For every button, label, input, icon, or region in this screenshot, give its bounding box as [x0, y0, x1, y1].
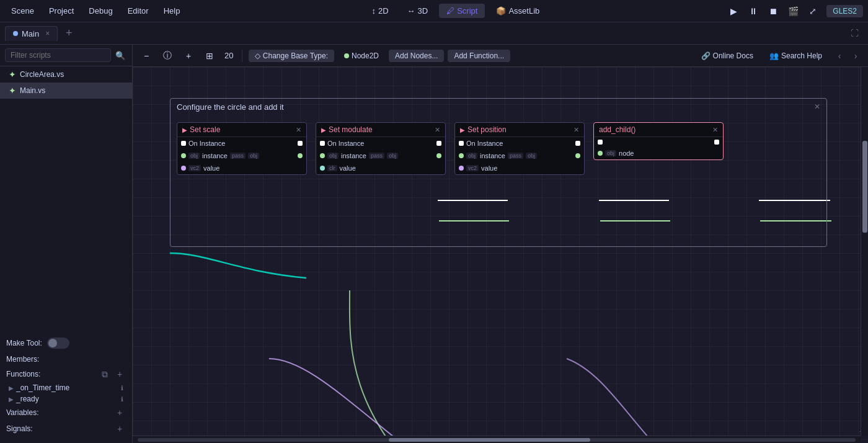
menu-project[interactable]: Project — [43, 4, 80, 18]
script-name-main: Main.vs — [20, 86, 45, 95]
nav-back-button[interactable]: ‹ — [832, 48, 847, 63]
node-play-icon-3: ▶ — [460, 127, 465, 133]
add-function-button[interactable]: Add Function... — [448, 50, 510, 62]
node-title-row-2: ▶ Set modulate — [321, 125, 373, 134]
exec-port-in[interactable] — [181, 141, 186, 146]
function-info-icon-2[interactable]: ℹ — [121, 396, 123, 403]
instance-port-out[interactable] — [298, 153, 303, 158]
function-item-ready[interactable]: ▶ _ready ℹ — [6, 393, 126, 405]
instance-port-in[interactable] — [181, 153, 186, 158]
zoom-level: 20 — [222, 51, 236, 60]
mode-2d[interactable]: ↕ 2D — [364, 4, 396, 18]
value-port[interactable] — [181, 166, 186, 171]
vertical-scrollbar[interactable] — [861, 67, 868, 436]
group-box: Configure the circle and add it ✕ ▶ Set … — [170, 98, 827, 247]
add-nodes-button[interactable]: Add Nodes... — [389, 50, 444, 62]
function-item-timer[interactable]: ▶ _on_Timer_time ℹ — [6, 382, 126, 393]
pause-button[interactable]: ⏸ — [745, 2, 762, 20]
exec-port-out-2[interactable] — [436, 141, 441, 146]
mode-assetlib[interactable]: 📦 AssetLib — [489, 4, 547, 18]
tab-add-button[interactable]: + — [60, 25, 78, 42]
signals-add-icon[interactable]: + — [113, 423, 126, 435]
search-help-button[interactable]: 👥 Search Help — [763, 50, 828, 62]
node2d-button[interactable]: Node2D — [338, 50, 385, 62]
tab-bar: Main × + ⛶ — [0, 22, 868, 45]
script-icon: 🖊 — [446, 6, 454, 16]
variables-add-icon[interactable]: + — [113, 406, 126, 419]
tab-label: Main — [22, 29, 39, 38]
script-file-main[interactable]: ✦ Main.vs — [0, 83, 132, 99]
filter-scripts-input[interactable] — [5, 48, 111, 62]
instance-port-out-3[interactable] — [575, 153, 580, 158]
script-name-circlearea: CircleArea.vs — [20, 70, 64, 79]
node-close-set-scale[interactable]: ✕ — [296, 126, 301, 134]
horizontal-scrollbar[interactable] — [133, 436, 861, 443]
node-row-exec-4 — [594, 137, 723, 147]
obj-tag: obj — [188, 153, 200, 159]
mode-3d[interactable]: ↔ 3D — [400, 4, 436, 18]
scrollbar-thumb-h[interactable] — [389, 438, 590, 442]
exec-port-out[interactable] — [298, 141, 303, 146]
online-docs-button[interactable]: 🔗 Online Docs — [695, 50, 760, 62]
expand-button[interactable]: ⛶ — [846, 25, 863, 42]
group-close-button[interactable]: ✕ — [814, 102, 820, 111]
exec-port-in-3[interactable] — [459, 141, 464, 146]
node-close-set-position[interactable]: ✕ — [574, 126, 579, 134]
node-port-in[interactable] — [598, 151, 603, 156]
play-button[interactable]: ▶ — [725, 2, 742, 20]
menu-editor[interactable]: Editor — [122, 4, 155, 18]
play-controls: ▶ ⏸ ⏹ 🎬 ⤢ — [725, 2, 822, 20]
toggle-knob — [48, 339, 57, 347]
zoom-fit-button[interactable]: ⊞ — [201, 47, 218, 65]
functions-add-icon[interactable]: + — [113, 368, 126, 380]
menu-debug[interactable]: Debug — [82, 4, 118, 18]
gles-badge[interactable]: GLES2 — [826, 5, 863, 17]
signals-row: Signals: + — [0, 421, 132, 437]
clr-tag: clr — [327, 165, 337, 171]
maximize-button[interactable]: ⤢ — [804, 2, 822, 20]
instance-port-in-2[interactable] — [320, 153, 325, 158]
tab-close-button[interactable]: × — [45, 29, 50, 38]
node-title-row-3: ▶ Set position — [460, 125, 507, 134]
instance-port-out-2[interactable] — [436, 153, 441, 158]
change-base-type-button[interactable]: ◇ Change Base Type: — [249, 50, 334, 62]
node-row-value-3: vc2 value — [455, 162, 584, 174]
movie-button[interactable]: 🎬 — [784, 2, 802, 20]
node-play-icon-2: ▶ — [321, 127, 326, 133]
exec-port-out-3[interactable] — [575, 141, 580, 146]
menu-bar: Scene Project Debug Editor Help ↕ 2D ↔ 3… — [0, 0, 868, 22]
obj-tag2: obj — [248, 153, 259, 159]
filter-search-icon[interactable]: 🔍 — [113, 48, 127, 62]
exec-port-out-4[interactable] — [714, 140, 719, 145]
instance-port-in-3[interactable] — [459, 153, 464, 158]
nav-forward-button[interactable]: › — [848, 48, 863, 63]
value-port-2[interactable] — [320, 166, 325, 171]
node-title-row-4: add_child() — [599, 125, 636, 134]
value-port-3[interactable] — [459, 166, 464, 171]
node-close-set-modulate[interactable]: ✕ — [435, 126, 440, 134]
node-close-add-child[interactable]: ✕ — [712, 126, 718, 134]
vc2-tag: vc2 — [188, 165, 201, 171]
obj-tag-2: obj — [327, 153, 339, 159]
functions-copy-icon[interactable]: ⧉ — [99, 368, 111, 380]
functions-list: ▶ _on_Timer_time ℹ ▶ _ready ℹ — [0, 382, 132, 405]
zoom-out-button[interactable]: − — [138, 47, 155, 65]
exec-port-in-4[interactable] — [598, 140, 603, 145]
menu-scene[interactable]: Scene — [5, 4, 40, 18]
node-title-set-scale: Set scale — [190, 125, 220, 134]
make-tool-toggle[interactable] — [47, 338, 69, 349]
zoom-info-button[interactable]: ⓘ — [159, 47, 176, 65]
graph-canvas[interactable]: Configure the circle and add it ✕ ▶ Set … — [133, 67, 868, 443]
mode-3d-icon: ↔ — [407, 6, 415, 16]
stop-button[interactable]: ⏹ — [764, 2, 782, 20]
function-info-icon[interactable]: ℹ — [121, 385, 123, 392]
menu-help[interactable]: Help — [157, 4, 187, 18]
scrollbar-track-h[interactable] — [138, 438, 856, 442]
mode-script[interactable]: 🖊 Script — [439, 4, 485, 18]
exec-port-in-2[interactable] — [320, 141, 325, 146]
script-file-circlearea[interactable]: ✦ CircleArea.vs — [0, 66, 132, 83]
group-title: Configure the circle and add it — [177, 102, 284, 112]
scrollbar-thumb-v[interactable] — [862, 141, 867, 233]
main-tab[interactable]: Main × — [5, 26, 58, 41]
zoom-in-button[interactable]: + — [180, 47, 197, 65]
